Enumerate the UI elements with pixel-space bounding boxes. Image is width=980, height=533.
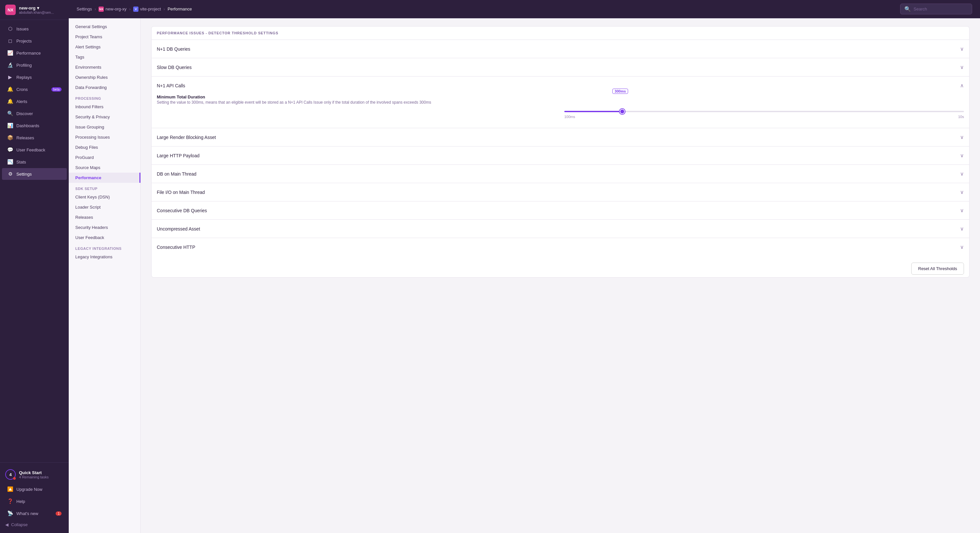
quick-start[interactable]: 4 Quick Start 4 Remaining tasks [0,466,69,483]
nav-item-inbound-filters[interactable]: Inbound Filters [69,102,140,112]
sidebar-item-whats-new[interactable]: 📡 What's new 1 [2,508,67,519]
sidebar-item-dashboards[interactable]: 📊 Dashboards [2,120,67,132]
nav-item-ownership-rules[interactable]: Ownership Rules [69,72,140,82]
nav-item-tags[interactable]: Tags [69,52,140,62]
chevron-large-http-icon: ∨ [960,152,964,159]
accordion-large-render-header[interactable]: Large Render Blocking Asset ∨ [151,128,969,146]
project-icon: V [133,6,138,12]
accordion-uncompressed-title: Uncompressed Asset [157,226,200,232]
sidebar-item-upgrade[interactable]: 🔼 Upgrade Now [2,483,67,495]
accordion-uncompressed: Uncompressed Asset ∨ [151,220,969,238]
accordion-db-main-thread-header[interactable]: DB on Main Thread ∨ [151,165,969,183]
nav-item-loader-script[interactable]: Loader Script [69,202,140,212]
sidebar-item-crons[interactable]: 🔔 Crons beta [2,83,67,95]
breadcrumb-org[interactable]: NX new-org-xy [99,6,126,12]
nav-item-security-headers[interactable]: Security Headers [69,222,140,233]
search-box[interactable]: 🔍 [900,3,972,14]
accordion-slow-db-title: Slow DB Queries [157,65,192,70]
nav-item-client-keys[interactable]: Client Keys (DSN) [69,192,140,202]
accordion-consecutive-db-header[interactable]: Consecutive DB Queries ∨ [151,201,969,219]
sidebar-item-user-feedback[interactable]: 💬 User Feedback [2,144,67,155]
org-email: abdullah.khan@sen... [19,11,64,14]
accordion-large-render: Large Render Blocking Asset ∨ [151,128,969,146]
quick-start-label: Quick Start [19,470,49,475]
accordion-uncompressed-header[interactable]: Uncompressed Asset ∨ [151,220,969,238]
nav-item-project-teams[interactable]: Project Teams [69,32,140,42]
section-legacy: LEGACY INTEGRATIONS [69,243,140,252]
nav-item-alert-settings[interactable]: Alert Settings [69,42,140,52]
org-icon: NX [99,6,104,12]
chevron-slow-db-icon: ∨ [960,64,964,70]
accordion-consecutive-http-header[interactable]: Consecutive HTTP ∨ [151,238,969,256]
accordion-n1-db-title: N+1 DB Queries [157,46,190,52]
breadcrumb: Settings › NX new-org-xy › V vite-projec… [76,6,192,12]
sidebar-item-alerts[interactable]: 🔔 Alerts [2,95,67,107]
nav-item-general-settings[interactable]: General Settings [69,22,140,32]
search-input[interactable] [913,6,968,11]
breadcrumb-sep-1: › [95,6,96,11]
sidebar-item-discover[interactable]: 🔍 Discover [2,108,67,119]
topbar: Settings › NX new-org-xy › V vite-projec… [69,0,980,18]
nav-item-legacy-integrations[interactable]: Legacy Integrations [69,252,140,262]
slider-desc: Setting the value to 300ms, means that a… [157,99,557,105]
section-title: PERFORMANCE ISSUES - DETECTOR THRESHOLD … [151,27,969,40]
accordion-slow-db-header[interactable]: Slow DB Queries ∨ [151,58,969,76]
accordion-n1-api-body: Minimum Total Duration Setting the value… [151,95,969,128]
org-info: new-org ▾ abdullah.khan@sen... [19,6,64,14]
sidebar-item-projects[interactable]: ◻ Projects [2,35,67,47]
accordion-n1-db-header[interactable]: N+1 DB Queries ∨ [151,40,969,58]
performance-icon: 📈 [7,50,13,56]
sidebar-item-replays[interactable]: ▶ Replays [2,71,67,83]
sidebar-item-issues[interactable]: ⬡ Issues [2,23,67,35]
nav-item-security-privacy[interactable]: Security & Privacy [69,112,140,122]
chevron-file-io-icon: ∨ [960,189,964,195]
accordion-n1-api-title: N+1 API Calls [157,83,185,88]
nav-item-source-maps[interactable]: Source Maps [69,162,140,173]
nav-item-processing-issues[interactable]: Processing Issues [69,132,140,142]
accordion-n1-api-header[interactable]: N+1 API Calls ∧ [151,76,969,95]
sidebar-item-help[interactable]: ❓ Help [2,495,67,507]
collapse-button[interactable]: ◀ Collapse [0,520,69,530]
sidebar-item-releases[interactable]: 📦 Releases [2,132,67,144]
accordion-consecutive-http: Consecutive HTTP ∨ [151,238,969,256]
sidebar-item-settings[interactable]: ⚙ Settings [2,168,67,180]
chevron-n1-api-icon: ∧ [960,82,964,89]
breadcrumb-settings[interactable]: Settings [76,6,92,11]
accordion-db-main-thread: DB on Main Thread ∨ [151,165,969,183]
nav-item-debug-files[interactable]: Debug Files [69,142,140,152]
alerts-icon: 🔔 [7,98,13,104]
accordion-n1-api-calls: N+1 API Calls ∧ Minimum Total Duration S… [151,76,969,128]
sidebar-item-profiling[interactable]: 🔬 Profiling [2,59,67,71]
reset-all-thresholds-button[interactable]: Reset All Thresholds [911,263,964,275]
main-content: PERFORMANCE ISSUES - DETECTOR THRESHOLD … [141,18,980,533]
collapse-icon: ◀ [5,522,8,527]
breadcrumb-project[interactable]: V vite-project [133,6,161,12]
accordion-large-http-header[interactable]: Large HTTP Payload ∨ [151,146,969,165]
nav-item-releases[interactable]: Releases [69,212,140,222]
sidebar-item-stats[interactable]: 📉 Stats [2,156,67,168]
nav-item-environments[interactable]: Environments [69,62,140,72]
secondary-nav: General Settings Project Teams Alert Set… [69,18,141,533]
org-avatar: NX [5,5,16,15]
sidebar-item-performance[interactable]: 📈 Performance [2,47,67,59]
breadcrumb-sep-2: › [129,6,130,11]
slider-value-label: 300ms [612,89,628,94]
nav-item-user-feedback[interactable]: User Feedback [69,233,140,243]
dashboards-icon: 📊 [7,123,13,128]
issues-icon: ⬡ [7,26,13,32]
chevron-consecutive-http-icon: ∨ [960,244,964,250]
accordion-file-io-header[interactable]: File I/O on Main Thread ∨ [151,183,969,201]
reset-btn-wrap: Reset All Thresholds [151,256,969,277]
nav-item-performance[interactable]: Performance [69,173,140,183]
user-feedback-icon: 💬 [7,147,13,153]
help-icon: ❓ [7,498,13,504]
slider-input[interactable] [564,111,964,112]
content-wrapper: General Settings Project Teams Alert Set… [69,18,980,533]
nav-item-proguard[interactable]: ProGuard [69,152,140,162]
accordion-consecutive-db: Consecutive DB Queries ∨ [151,201,969,220]
nav-item-issue-grouping[interactable]: Issue Grouping [69,122,140,132]
upgrade-icon: 🔼 [7,486,13,492]
org-name[interactable]: new-org ▾ [19,6,64,11]
chevron-down-icon: ▾ [37,6,39,11]
nav-item-data-forwarding[interactable]: Data Forwarding [69,82,140,92]
